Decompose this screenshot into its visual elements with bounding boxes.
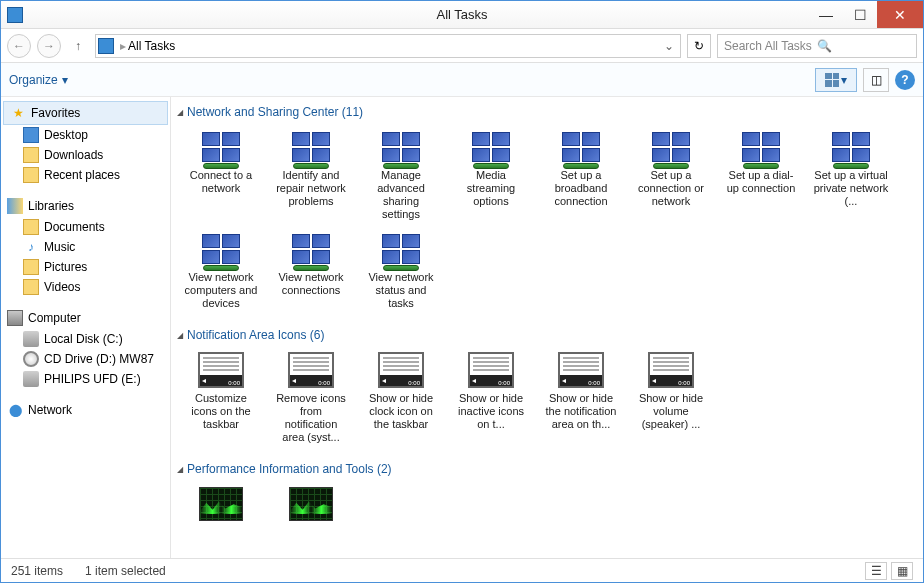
help-button[interactable]: ? xyxy=(895,70,915,90)
task-label: Identify and repair network problems xyxy=(273,169,349,208)
task-label: View network computers and devices xyxy=(183,271,259,310)
folder-icon xyxy=(23,147,39,163)
task-item[interactable]: ◂0:00Customize icons on the taskbar xyxy=(181,348,261,446)
task-item[interactable]: ◂0:00Remove icons from notification area… xyxy=(271,348,351,446)
task-label: View network status and tasks xyxy=(363,271,439,310)
sidebar-item-downloads[interactable]: Downloads xyxy=(1,145,170,165)
preview-pane-button[interactable]: ◫ xyxy=(863,68,889,92)
sidebar-libraries[interactable]: Libraries xyxy=(1,195,170,217)
large-icons-view-button[interactable]: ▦ xyxy=(891,562,913,580)
sidebar-item-documents[interactable]: Documents xyxy=(1,217,170,237)
task-item[interactable]: ◂0:00Show or hide inactive icons on t... xyxy=(451,348,531,446)
search-box[interactable]: Search All Tasks 🔍 xyxy=(717,34,917,58)
details-view-button[interactable]: ☰ xyxy=(865,562,887,580)
task-item[interactable] xyxy=(271,482,351,528)
chevron-down-icon: ▾ xyxy=(62,73,68,87)
sidebar-computer[interactable]: Computer xyxy=(1,307,170,329)
documents-icon xyxy=(23,219,39,235)
sidebar-item-music[interactable]: ♪Music xyxy=(1,237,170,257)
sidebar-network[interactable]: ⬤Network xyxy=(1,399,170,421)
notification-task-icon: ◂0:00 xyxy=(197,350,245,390)
view-options-button[interactable]: ▾ xyxy=(815,68,857,92)
notification-task-icon: ◂0:00 xyxy=(557,350,605,390)
address-text: All Tasks xyxy=(128,39,175,53)
disk-icon xyxy=(23,331,39,347)
notification-task-icon: ◂0:00 xyxy=(377,350,425,390)
sidebar-item-local-disk[interactable]: Local Disk (C:) xyxy=(1,329,170,349)
group-header[interactable]: ◢Network and Sharing Center (11) xyxy=(171,101,915,125)
task-label: Manage advanced sharing settings xyxy=(363,169,439,221)
group-title: Performance Information and Tools (2) xyxy=(187,462,392,476)
sidebar-item-videos[interactable]: Videos xyxy=(1,277,170,297)
address-dropdown[interactable]: ⌄ xyxy=(660,39,678,53)
task-item[interactable]: ◂0:00Show or hide volume (speaker) ... xyxy=(631,348,711,446)
group-header[interactable]: ◢Notification Area Icons (6) xyxy=(171,324,915,348)
group-header[interactable]: ◢Performance Information and Tools (2) xyxy=(171,458,915,482)
notification-task-icon: ◂0:00 xyxy=(647,350,695,390)
address-bar[interactable]: ▸ All Tasks ⌄ xyxy=(95,34,681,58)
location-icon xyxy=(98,38,114,54)
network-task-icon xyxy=(467,127,515,167)
network-task-icon xyxy=(377,127,425,167)
computer-icon xyxy=(7,310,23,326)
network-task-icon xyxy=(737,127,785,167)
window-title: All Tasks xyxy=(1,7,923,22)
close-button[interactable]: ✕ xyxy=(877,1,923,28)
task-label: Set up a broadband connection xyxy=(543,169,619,208)
sidebar-item-cd-drive[interactable]: CD Drive (D:) MW87 xyxy=(1,349,170,369)
network-task-icon xyxy=(287,229,335,269)
task-item[interactable]: Set up a dial-up connection xyxy=(721,125,801,223)
maximize-button[interactable]: ☐ xyxy=(843,1,877,28)
back-button[interactable]: ← xyxy=(7,34,31,58)
star-icon: ★ xyxy=(10,105,26,121)
task-item[interactable]: Connect to a network xyxy=(181,125,261,223)
chevron-down-icon: ▾ xyxy=(841,73,847,87)
task-item[interactable]: View network status and tasks xyxy=(361,227,441,312)
task-item[interactable]: ◂0:00Show or hide clock icon on the task… xyxy=(361,348,441,446)
task-item[interactable]: View network computers and devices xyxy=(181,227,261,312)
task-label: Connect to a network xyxy=(183,169,259,195)
sidebar-favorites[interactable]: ★ Favorites xyxy=(3,101,168,125)
task-item[interactable]: View network connections xyxy=(271,227,351,312)
sidebar-item-pictures[interactable]: Pictures xyxy=(1,257,170,277)
sidebar-item-desktop[interactable]: Desktop xyxy=(1,125,170,145)
performance-task-icon xyxy=(287,484,335,524)
task-item[interactable] xyxy=(181,482,261,528)
task-item[interactable]: Media streaming options xyxy=(451,125,531,223)
group-title: Notification Area Icons (6) xyxy=(187,328,324,342)
task-label: Customize icons on the taskbar xyxy=(183,392,259,431)
collapse-icon: ◢ xyxy=(177,108,183,117)
task-label: Set up a dial-up connection xyxy=(723,169,799,195)
network-task-icon xyxy=(197,229,245,269)
usb-icon xyxy=(23,371,39,387)
task-item[interactable]: Set up a virtual private network (... xyxy=(811,125,891,223)
collapse-icon: ◢ xyxy=(177,331,183,340)
navigation-bar: ← → ↑ ▸ All Tasks ⌄ ↻ Search All Tasks 🔍 xyxy=(1,29,923,63)
navigation-pane: ★ Favorites Desktop Downloads Recent pla… xyxy=(1,97,171,558)
minimize-button[interactable]: — xyxy=(809,1,843,28)
pictures-icon xyxy=(23,259,39,275)
task-item[interactable]: ◂0:00Show or hide the notification area … xyxy=(541,348,621,446)
task-item[interactable]: Manage advanced sharing settings xyxy=(361,125,441,223)
task-label: Show or hide clock icon on the taskbar xyxy=(363,392,439,431)
up-button[interactable]: ↑ xyxy=(67,35,89,57)
sidebar-item-usb-drive[interactable]: PHILIPS UFD (E:) xyxy=(1,369,170,389)
item-count: 251 items xyxy=(11,564,63,578)
network-task-icon xyxy=(827,127,875,167)
task-label: View network connections xyxy=(273,271,349,297)
sidebar-item-recent[interactable]: Recent places xyxy=(1,165,170,185)
cd-icon xyxy=(23,351,39,367)
network-task-icon xyxy=(377,229,425,269)
task-item[interactable]: Set up a connection or network xyxy=(631,125,711,223)
task-item[interactable]: Set up a broadband connection xyxy=(541,125,621,223)
notification-task-icon: ◂0:00 xyxy=(287,350,335,390)
music-icon: ♪ xyxy=(23,239,39,255)
organize-menu[interactable]: Organize ▾ xyxy=(9,73,68,87)
task-item[interactable]: Identify and repair network problems xyxy=(271,125,351,223)
chevron-right-icon: ▸ xyxy=(120,39,126,53)
forward-button[interactable]: → xyxy=(37,34,61,58)
task-label: Show or hide the notification area on th… xyxy=(543,392,619,431)
refresh-button[interactable]: ↻ xyxy=(687,34,711,58)
task-label: Set up a virtual private network (... xyxy=(813,169,889,208)
performance-task-icon xyxy=(197,484,245,524)
